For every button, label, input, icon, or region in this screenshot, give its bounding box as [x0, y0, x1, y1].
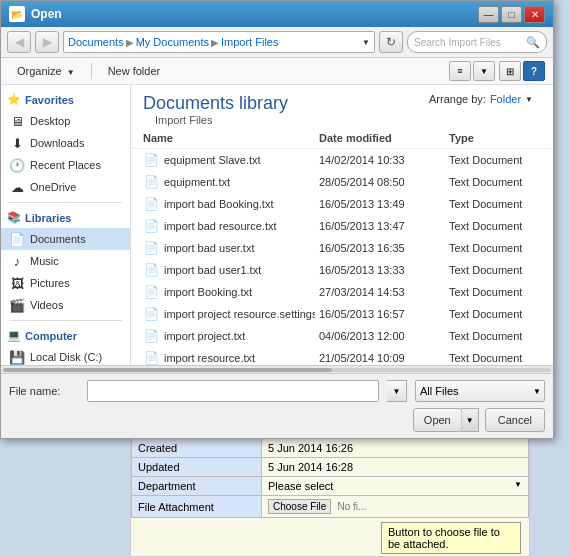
desktop-icon: 🖥 [9, 113, 25, 129]
file-row[interactable]: 📄 import project.txt 04/06/2013 12:00 Te… [131, 325, 553, 347]
file-type: Text Document [445, 196, 545, 212]
view-list-button[interactable]: ≡ [449, 61, 471, 81]
filename-dropdown-button[interactable]: ▼ [387, 380, 407, 402]
file-icon: 📄 [143, 350, 159, 365]
file-type: Text Document [445, 152, 545, 168]
file-attachment-label: File Attachment [132, 496, 262, 518]
file-date: 21/05/2014 10:09 [315, 350, 445, 365]
breadcrumb-sep-1: ▶ [126, 37, 134, 48]
content-area: ⭐ Favorites 🖥 Desktop ⬇ Downloads 🕐 Rece… [1, 85, 553, 365]
toolbar: ◀ ▶ Documents ▶ My Documents ▶ Import Fi… [1, 27, 553, 58]
harddisk-icon: 💾 [9, 349, 25, 365]
forward-button[interactable]: ▶ [35, 31, 59, 53]
filename-row: File name: ▼ All Files ▼ [9, 380, 545, 402]
view-dropdown-button[interactable]: ▼ [473, 61, 495, 81]
cancel-button[interactable]: Cancel [485, 408, 545, 432]
dropdown-arrow-icon: ▼ [514, 480, 522, 489]
file-attachment-cell: Choose File No fi... [262, 496, 529, 518]
filename-input[interactable] [87, 380, 379, 402]
file-type: Text Document [445, 174, 545, 190]
videos-icon: 🎬 [9, 297, 25, 313]
view-details-button[interactable]: ⊞ [499, 61, 521, 81]
file-row[interactable]: 📄 import project resource.settings.txt 1… [131, 303, 553, 325]
file-row[interactable]: 📄 import bad Booking.txt 16/05/2013 13:4… [131, 193, 553, 215]
maximize-button[interactable]: □ [501, 6, 522, 23]
organize-arrow-icon: ▼ [67, 68, 75, 77]
sidebar-item-videos[interactable]: 🎬 Videos [1, 294, 130, 316]
file-row[interactable]: 📄 import bad user.txt 16/05/2013 16:35 T… [131, 237, 553, 259]
filetype-select[interactable]: All Files [415, 380, 545, 402]
sidebar-item-music[interactable]: ♪ Music [1, 250, 130, 272]
refresh-button[interactable]: ↻ [379, 31, 403, 53]
title-controls: — □ ✕ [478, 6, 545, 23]
file-date: 16/05/2013 16:57 [315, 306, 445, 322]
file-name: equipment.txt [164, 176, 230, 188]
sidebar-item-pictures[interactable]: 🖼 Pictures [1, 272, 130, 294]
organize-button[interactable]: Organize ▼ [9, 62, 83, 80]
file-list-area: Documents library Import Files Arrange b… [131, 85, 553, 365]
pictures-icon: 🖼 [9, 275, 25, 291]
arrange-link[interactable]: Folder [490, 93, 521, 105]
file-row[interactable]: 📄 import resource.txt 21/05/2014 10:09 T… [131, 347, 553, 365]
updated-label: Updated [132, 458, 262, 477]
open-dropdown-button[interactable]: ▼ [461, 408, 479, 432]
sidebar-header-favorites[interactable]: ⭐ Favorites [1, 89, 130, 110]
choose-file-button[interactable]: Choose File [268, 499, 331, 514]
horizontal-scrollbar[interactable] [1, 365, 553, 373]
sidebar-item-documents[interactable]: 📄 Documents [1, 228, 130, 250]
file-date: 16/05/2013 13:33 [315, 262, 445, 278]
sidebar-header-libraries[interactable]: 📚 Libraries [1, 207, 130, 228]
file-date: 28/05/2014 08:50 [315, 174, 445, 190]
table-row: File Attachment Choose File No fi... [132, 496, 529, 518]
sidebar-item-recent-places[interactable]: 🕐 Recent Places [1, 154, 130, 176]
file-row[interactable]: 📄 equipment Slave.txt 14/02/2014 10:33 T… [131, 149, 553, 171]
search-bar[interactable]: Search Import Files 🔍 [407, 31, 547, 53]
col-header-type[interactable]: Type [445, 130, 545, 146]
back-button[interactable]: ◀ [7, 31, 31, 53]
sidebar-item-onedrive[interactable]: ☁ OneDrive [1, 176, 130, 198]
sidebar-item-downloads[interactable]: ⬇ Downloads [1, 132, 130, 154]
new-folder-button[interactable]: New folder [100, 62, 169, 80]
breadcrumb-part-3[interactable]: Import Files [221, 36, 278, 48]
filename-label: File name: [9, 385, 79, 397]
open-button[interactable]: Open [413, 408, 462, 432]
file-name: import Booking.txt [164, 286, 252, 298]
star-icon: ⭐ [7, 93, 21, 106]
file-row[interactable]: 📄 import bad user1.txt 16/05/2013 13:33 … [131, 259, 553, 281]
file-name: import resource.txt [164, 352, 255, 364]
table-row: Updated 5 Jun 2014 16:28 [132, 458, 529, 477]
file-type: Text Document [445, 328, 545, 344]
col-header-name[interactable]: Name [139, 130, 315, 146]
created-label: Created [132, 439, 262, 458]
department-label: Department [132, 477, 262, 496]
open-dialog: 📂 Open — □ ✕ ◀ ▶ Documents ▶ My Document… [0, 0, 554, 439]
breadcrumb-dropdown-icon[interactable]: ▼ [362, 38, 370, 47]
file-date: 16/05/2013 13:49 [315, 196, 445, 212]
breadcrumb-sep-2: ▶ [211, 37, 219, 48]
close-button[interactable]: ✕ [524, 6, 545, 23]
divider-2 [9, 320, 122, 321]
file-row[interactable]: 📄 import Booking.txt 27/03/2014 14:53 Te… [131, 281, 553, 303]
file-type: Text Document [445, 350, 545, 365]
search-placeholder: Search Import Files [414, 37, 501, 48]
file-date: 04/06/2013 12:00 [315, 328, 445, 344]
minimize-button[interactable]: — [478, 6, 499, 23]
breadcrumb-part-2[interactable]: My Documents [136, 36, 209, 48]
file-row[interactable]: 📄 equipment.txt 28/05/2014 08:50 Text Do… [131, 171, 553, 193]
table-row: Created 5 Jun 2014 16:26 [132, 439, 529, 458]
file-name: import project resource.settings.txt [164, 308, 315, 320]
col-header-date[interactable]: Date modified [315, 130, 445, 146]
breadcrumb-part-1[interactable]: Documents [68, 36, 124, 48]
file-date: 16/05/2013 13:47 [315, 218, 445, 234]
arrange-arrow-icon: ▼ [525, 95, 533, 104]
file-icon: 📄 [143, 152, 159, 168]
scroll-thumb [3, 368, 332, 372]
libraries-icon: 📚 [7, 211, 21, 224]
help-button[interactable]: ? [523, 61, 545, 81]
breadcrumb[interactable]: Documents ▶ My Documents ▶ Import Files … [63, 31, 375, 53]
sidebar-item-desktop[interactable]: 🖥 Desktop [1, 110, 130, 132]
sidebar-item-local-disk[interactable]: 💾 Local Disk (C:) [1, 346, 130, 365]
sidebar-header-computer[interactable]: 💻 Computer [1, 325, 130, 346]
file-date: 27/03/2014 14:53 [315, 284, 445, 300]
file-row[interactable]: 📄 import bad resource.txt 16/05/2013 13:… [131, 215, 553, 237]
